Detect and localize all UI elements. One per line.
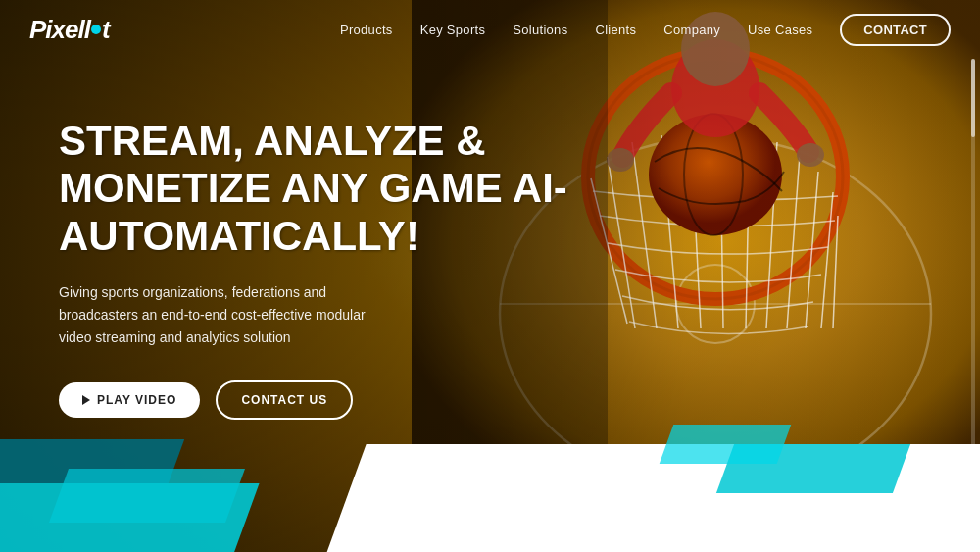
nav-link-products[interactable]: Products <box>340 23 393 37</box>
nav-link-use-cases[interactable]: Use Cases <box>748 23 812 37</box>
nav-link-solutions[interactable]: Solutions <box>513 23 567 37</box>
play-icon <box>82 395 90 405</box>
scrollbar-thumb <box>971 59 975 137</box>
nav-item-products[interactable]: Products <box>340 21 393 38</box>
hero-buttons: PLAY VIDEO CONTACT US <box>59 380 568 420</box>
nav-link-clients[interactable]: Clients <box>595 23 636 37</box>
play-video-button[interactable]: PLAY VIDEO <box>59 382 200 418</box>
nav-link-company[interactable]: Company <box>663 23 720 37</box>
nav-item-use-cases[interactable]: Use Cases <box>748 21 812 38</box>
nav-contact-button[interactable]: CONTACT <box>840 14 951 46</box>
contact-us-button[interactable]: CONTACT US <box>216 380 353 420</box>
nav-item-key-sports[interactable]: Key Sports <box>420 21 486 38</box>
play-button-label: PLAY VIDEO <box>97 393 176 407</box>
scrollbar[interactable] <box>971 59 975 493</box>
logo-text: Pixellt <box>29 15 110 45</box>
navbar: Pixellt Products Key Sports Solutions Cl… <box>0 0 980 59</box>
nav-item-clients[interactable]: Clients <box>595 21 636 38</box>
hero-section: Pixellt Products Key Sports Solutions Cl… <box>0 0 980 552</box>
nav-item-contact[interactable]: CONTACT <box>840 21 951 38</box>
nav-link-key-sports[interactable]: Key Sports <box>420 23 486 37</box>
hero-content: STREAM, ANALYZE & MONETIZE ANY GAME AI-A… <box>59 118 568 420</box>
hero-title: STREAM, ANALYZE & MONETIZE ANY GAME AI-A… <box>59 118 568 260</box>
logo[interactable]: Pixellt <box>29 15 110 45</box>
logo-dot <box>91 25 101 34</box>
nav-item-company[interactable]: Company <box>663 21 720 38</box>
nav-links: Products Key Sports Solutions Clients Co… <box>340 21 951 38</box>
hero-subtitle: Giving sports organizations, federations… <box>59 281 382 349</box>
nav-item-solutions[interactable]: Solutions <box>513 21 567 38</box>
